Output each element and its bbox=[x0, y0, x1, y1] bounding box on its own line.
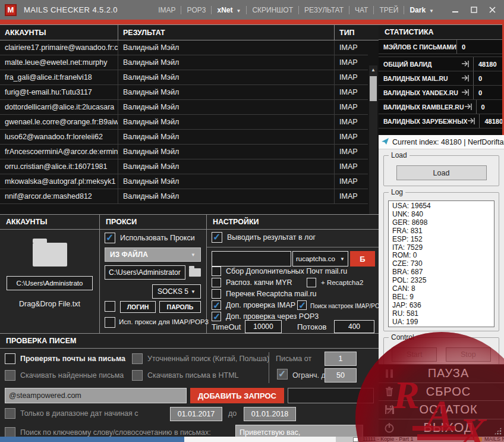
collect-mailru-checkbox[interactable] bbox=[212, 267, 221, 276]
table-row[interactable]: malte.leue@ewetel.net:murphy Валидный Мэ… bbox=[0, 55, 368, 70]
table-row[interactable]: luso62@wanadoo.fr:loreleii62 Валидный Мэ… bbox=[0, 130, 368, 145]
captcha-myr-checkbox[interactable] bbox=[212, 278, 221, 287]
column-header-type[interactable]: ТИП bbox=[335, 25, 379, 40]
table-row[interactable]: mkowalska@autograf.pl:meksyk1 Валидный М… bbox=[0, 174, 368, 189]
background-window-title[interactable]: 11111 - Kopie - Part 1 bbox=[363, 437, 413, 442]
collect-mailru-label: Сбор Дополнительных Почт mail.ru bbox=[226, 267, 347, 275]
menu-imap[interactable]: IMAP bbox=[153, 6, 181, 14]
table-scrollbar[interactable]: ▲ ▼ bbox=[369, 65, 377, 238]
stat-value: 0 bbox=[473, 71, 504, 85]
log-line: UNK: 840 bbox=[392, 211, 490, 219]
check-letters-checkbox[interactable] bbox=[5, 353, 15, 364]
table-body: clairiere17.primaire@wanadoo.fr:clai Вал… bbox=[0, 40, 368, 214]
close-icon[interactable] bbox=[489, 7, 496, 13]
result-cell: Валидный Мэйл bbox=[118, 100, 335, 114]
accounts-dropzone[interactable]: C:\Users\Administrato Drag&Drop File.txt bbox=[0, 230, 99, 333]
pop3-limit-input[interactable]: 50 bbox=[325, 368, 357, 383]
background-folder-title[interactable]: MAILS NEW bbox=[484, 437, 504, 442]
proxy-browse-button[interactable] bbox=[187, 265, 202, 280]
captcha-service-select[interactable]: rucaptcha.co ▼ bbox=[292, 251, 348, 267]
column-header-accounts[interactable]: АККАУНТЫ bbox=[0, 25, 118, 40]
stop-button[interactable]: Stop bbox=[446, 347, 491, 362]
refined-search-checkbox[interactable] bbox=[132, 353, 143, 364]
stat-value: 48180 bbox=[479, 114, 504, 128]
threads-input[interactable]: 400 bbox=[334, 320, 374, 333]
proxy-auth-checkbox[interactable] bbox=[105, 301, 115, 312]
recaptcha-mailru-checkbox[interactable] bbox=[212, 289, 221, 299]
account-cell: fra_gali@alice.it:franelvi18 bbox=[0, 70, 118, 84]
balance-button[interactable]: Б bbox=[350, 251, 375, 267]
menu-theme[interactable]: Dark▼ bbox=[404, 6, 439, 14]
menu-screenshot[interactable]: СКРИНШОТ bbox=[247, 6, 298, 14]
table-row[interactable]: frAncescoerminiA@arcor.de:erminia Валидн… bbox=[0, 145, 368, 159]
date-to-input[interactable]: 01.01.2018 bbox=[244, 407, 296, 421]
password-button[interactable]: ПАРОЛЬ bbox=[159, 301, 201, 313]
export-arrow-icon[interactable] bbox=[464, 103, 473, 111]
accounts-path-box[interactable]: C:\Users\Administrato bbox=[7, 276, 93, 290]
date-range-checkbox[interactable] bbox=[5, 408, 15, 419]
timeout-input[interactable]: 10000 bbox=[245, 320, 282, 333]
letters-panel: ПРОВЕРКА ПИСЕМ Проверять почты на письма… bbox=[0, 333, 379, 437]
proxy-source-select[interactable]: ИЗ ФАЙЛА ▼ bbox=[105, 247, 201, 262]
table-row[interactable]: gwenael.le.corre@orange.fr:B9aiwtw Валид… bbox=[0, 115, 368, 130]
export-arrow-icon[interactable] bbox=[461, 60, 470, 68]
recaptcha2-checkbox[interactable] bbox=[307, 278, 316, 287]
menu-chat[interactable]: ЧАТ bbox=[349, 6, 373, 14]
login-button[interactable]: ЛОГИН bbox=[120, 301, 156, 313]
status-panel: Current index: 48180 | NerfDoriftar Load… bbox=[379, 135, 504, 364]
proxy-type-select[interactable]: SOCKS 5 ▼ bbox=[152, 284, 201, 299]
pop3-limit-checkbox[interactable] bbox=[277, 369, 288, 380]
export-arrow-icon[interactable] bbox=[467, 117, 476, 125]
menu-result[interactable]: РЕЗУЛЬТАТ bbox=[299, 6, 349, 14]
table-row[interactable]: orru.cristian@alice.it:16071981 Валидный… bbox=[0, 159, 368, 174]
load-button[interactable]: Load bbox=[396, 165, 487, 180]
table-row[interactable]: nnif@arcor.de:mashed812 Валидный Мэйл IM… bbox=[0, 189, 368, 204]
table-row[interactable]: fra_gali@alice.it:franelvi18 Валидный Мэ… bbox=[0, 70, 368, 85]
table-row[interactable]: clairiere17.primaire@wanadoo.fr:clai Вал… bbox=[0, 40, 368, 55]
download-html-checkbox[interactable] bbox=[132, 370, 143, 381]
extra-query-input[interactable] bbox=[288, 388, 374, 403]
imap-check-label: Доп. проверка IMAP bbox=[226, 301, 295, 309]
scrollbar-thumb[interactable] bbox=[370, 76, 377, 101]
download-found-checkbox[interactable] bbox=[5, 370, 15, 381]
chevron-down-icon: ▼ bbox=[237, 8, 241, 14]
start-button[interactable]: Start bbox=[392, 347, 437, 362]
proxy-imap-pop3-checkbox[interactable] bbox=[105, 317, 115, 328]
menu-xnet[interactable]: xNet▼ bbox=[212, 6, 246, 14]
imap-check-checkbox[interactable] bbox=[212, 300, 221, 310]
remainder-button[interactable]: ОСТАТОК bbox=[379, 401, 504, 419]
query-input[interactable]: @steampowered.com bbox=[5, 388, 187, 403]
table-row[interactable]: furig@t-email.hu:Tutu3117 Валидный Мэйл … bbox=[0, 85, 368, 100]
reset-button[interactable]: СБРОС bbox=[379, 383, 504, 402]
scroll-up-icon[interactable]: ▲ bbox=[369, 65, 377, 74]
minimize-icon[interactable] bbox=[452, 7, 459, 13]
exit-button[interactable]: ВЫХОД bbox=[379, 419, 504, 437]
letters-from-input[interactable]: 1 bbox=[325, 352, 357, 366]
result-cell: Валидный Мэйл bbox=[118, 159, 335, 174]
add-query-button[interactable]: ДОБАВИТЬ ЗАПРОС bbox=[190, 388, 284, 403]
menu-pop3[interactable]: POP3 bbox=[181, 6, 211, 14]
title-bar: M MAILS CHECKER 4.5.2.0 IMAP POP3 xNet▼ … bbox=[0, 0, 504, 20]
download-found-label: Скачивать найденные письма bbox=[20, 371, 124, 380]
log-listbox[interactable]: USA: 19654UNK: 840GER: 8698FRA: 831ESP: … bbox=[388, 200, 494, 327]
menu-tray[interactable]: ТРЕЙ bbox=[374, 6, 404, 14]
export-arrow-icon[interactable] bbox=[461, 74, 470, 82]
captcha-key-input[interactable] bbox=[212, 251, 291, 267]
pause-button[interactable]: ПАУЗА bbox=[379, 365, 504, 383]
date-from-input[interactable]: 01.01.2017 bbox=[170, 407, 222, 421]
accounts-table: АККАУНТЫ РЕЗУЛЬТАТ ТИП clairiere17.prima… bbox=[0, 24, 379, 214]
imap-pop-search-checkbox[interactable] bbox=[297, 300, 307, 310]
type-cell: IMAP bbox=[335, 130, 368, 144]
use-proxy-checkbox[interactable] bbox=[105, 233, 115, 243]
folder-icon[interactable] bbox=[33, 243, 67, 267]
maximize-icon[interactable] bbox=[471, 7, 477, 13]
statistics-title: СТАТИСТИКА bbox=[379, 25, 504, 40]
result-cell: Валидный Мэйл bbox=[118, 145, 335, 159]
column-header-result[interactable]: РЕЗУЛЬТАТ bbox=[118, 25, 335, 40]
result-cell: Валидный Мэйл bbox=[118, 85, 335, 99]
export-arrow-icon[interactable] bbox=[461, 89, 470, 96]
proxy-path-input[interactable]: C:\Users\Administrator bbox=[105, 265, 185, 280]
pop3-check-checkbox[interactable] bbox=[212, 312, 221, 321]
log-result-checkbox[interactable] bbox=[212, 232, 222, 243]
table-row[interactable]: dottordellicarri@alice.it:2lucasara Вали… bbox=[0, 100, 368, 115]
